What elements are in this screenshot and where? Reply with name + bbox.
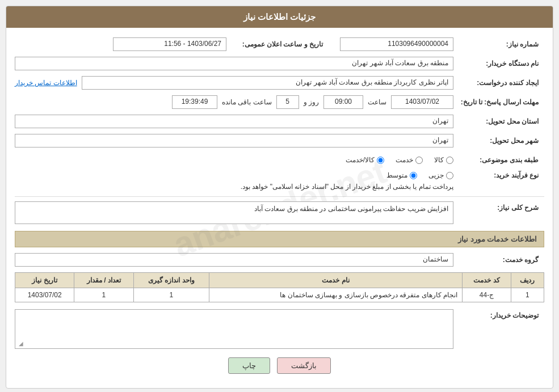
- city-row: شهر محل تحویل: تهران: [15, 133, 544, 149]
- buyer-org-label: نام دستگاه خریدار:: [453, 60, 544, 68]
- services-section-title: اطلاعات خدمات مورد نیاز: [15, 231, 544, 247]
- need-desc-row: شرح کلی نیاز: افزایش ضریب حفاظت پیرامونی…: [15, 201, 544, 224]
- col-row-header: ردیف: [511, 273, 544, 288]
- need-number-row: شماره نیاز: 1103096490000004 تاریخ و ساع…: [15, 36, 544, 52]
- need-number-value: 1103096490000004: [340, 37, 453, 51]
- buyer-org-value: منطقه برق سعادت آباد شهر تهران: [15, 57, 453, 70]
- send-time-label: ساعت: [368, 98, 386, 106]
- contact-link[interactable]: اطلاعات تماس خریدار: [15, 79, 77, 87]
- col-code-header: کد خدمت: [463, 273, 511, 288]
- resize-handle-notes[interactable]: ◢: [16, 340, 23, 347]
- cell-name: انجام کارهای متفرقه درخصوص بازسازی و بهس…: [209, 288, 463, 302]
- buyer-notes-area: ◢: [15, 309, 453, 349]
- print-button[interactable]: چاپ: [228, 357, 270, 374]
- purchase-jozi-item[interactable]: جزیی: [428, 171, 453, 179]
- city-value: تهران: [15, 134, 453, 147]
- cell-code: ج-44: [463, 288, 511, 302]
- need-desc-value: افزایش ضریب حفاظت پیرامونی ساختمانی در م…: [15, 201, 453, 224]
- cell-unit: 1: [133, 288, 209, 302]
- cell-date: 1403/07/02: [15, 288, 74, 302]
- service-group-row: گروه خدمت: ساختمان: [15, 252, 544, 268]
- category-khadamat-label: خدمت: [396, 156, 413, 164]
- province-row: استان محل تحویل: تهران: [15, 113, 544, 129]
- city-label: شهر محل تحویل:: [453, 137, 544, 145]
- buyer-notes-row: توضیحات خریدار: ◢: [15, 309, 544, 349]
- need-desc-label: شرح کلی نیاز:: [453, 201, 544, 212]
- buyer-org-row: نام دستگاه خریدار: منطقه برق سعادت آباد …: [15, 56, 544, 71]
- button-row: بازگشت چاپ: [15, 357, 544, 380]
- service-group-label: گروه خدمت:: [453, 256, 544, 264]
- main-card: جزئیات اطلاعات نیاز anarender.net شماره …: [6, 6, 553, 389]
- province-value: تهران: [15, 115, 453, 128]
- col-unit-header: واحد اندازه گیری: [133, 273, 209, 288]
- public-announce-label: تاریخ و ساعت اعلان عمومی:: [226, 40, 329, 48]
- send-time-value: 09:00: [323, 95, 363, 109]
- send-remain-label: ساعت باقی مانده: [222, 98, 272, 106]
- table-row: 1 ج-44 انجام کارهای متفرقه درخصوص بازساز…: [15, 288, 544, 302]
- send-days-label: روز و: [304, 98, 319, 106]
- service-group-value: ساختمان: [15, 253, 453, 267]
- need-number-label: شماره نیاز:: [453, 40, 544, 48]
- send-days-value: 5: [276, 95, 299, 109]
- category-row: طبقه بندی موضوعی: کالا خدمت کالا/خدمت: [15, 152, 544, 168]
- purchase-type-label: نوع فرآیند خرید:: [453, 171, 544, 179]
- buyer-notes-label: توضیحات خریدار:: [453, 309, 544, 319]
- purchase-warning: پرداخت تمام یا بخشی از مبلغ خریدار از مح…: [15, 182, 453, 192]
- divider-1: [15, 196, 544, 197]
- public-announce-value: 1403/06/27 - 11:56: [113, 37, 226, 51]
- category-kala-radio[interactable]: [446, 157, 453, 164]
- cell-qty: 1: [74, 288, 133, 302]
- send-date-label: مهلت ارسال پاسخ: تا تاریخ:: [453, 98, 544, 106]
- back-button[interactable]: بازگشت: [277, 357, 331, 374]
- category-kala-item[interactable]: کالا: [434, 156, 453, 164]
- table-header-row: ردیف کد خدمت نام خدمت واحد اندازه گیری ت…: [15, 273, 544, 288]
- send-remain-value: 19:39:49: [172, 95, 217, 109]
- col-name-header: نام خدمت: [209, 273, 463, 288]
- col-date-header: تاریخ نیاز: [15, 273, 74, 288]
- category-khadamat-radio[interactable]: [415, 157, 423, 164]
- purchase-type-row: نوع فرآیند خرید: جزیی متوسط پرداخت تمام …: [15, 171, 544, 192]
- creator-row: ایجاد کننده درخواست: اپاتر نظری کاربرداز…: [15, 75, 544, 91]
- category-kala-label: کالا: [434, 156, 444, 164]
- purchase-type-radio-group: جزیی متوسط: [15, 171, 453, 179]
- category-kala-khadamat-item[interactable]: کالا/خدمت: [346, 156, 384, 164]
- purchase-mootasat-item[interactable]: متوسط: [386, 171, 417, 179]
- page-title: جزئیات اطلاعات نیاز: [6, 6, 553, 28]
- category-kala-khadamat-radio[interactable]: [377, 157, 384, 164]
- creator-value: اپاتر نظری کاربرداز منطقه برق سعادت آباد…: [82, 76, 453, 90]
- send-date-value: 1403/07/02: [391, 95, 453, 109]
- page-wrapper: جزئیات اطلاعات نیاز anarender.net شماره …: [0, 0, 559, 392]
- cell-row: 1: [511, 288, 544, 302]
- creator-label: ایجاد کننده درخواست:: [453, 79, 544, 87]
- purchase-jozi-radio[interactable]: [446, 172, 453, 179]
- purchase-jozi-label: جزیی: [428, 171, 444, 179]
- services-table: ردیف کد خدمت نام خدمت واحد اندازه گیری ت…: [15, 272, 544, 302]
- category-label: طبقه بندی موضوعی:: [453, 156, 544, 164]
- send-date-row: مهلت ارسال پاسخ: تا تاریخ: 1403/07/02 سا…: [15, 94, 544, 110]
- category-khadamat-item[interactable]: خدمت: [396, 156, 423, 164]
- province-label: استان محل تحویل:: [453, 117, 544, 125]
- card-body: anarender.net شماره نیاز: 11030964900000…: [6, 28, 553, 388]
- purchase-mootasat-label: متوسط: [386, 171, 407, 179]
- category-radio-group: کالا خدمت کالا/خدمت: [15, 156, 453, 164]
- purchase-mootasat-radio[interactable]: [410, 172, 417, 179]
- col-qty-header: تعداد / مقدار: [74, 273, 133, 288]
- category-kala-khadamat-label: کالا/خدمت: [346, 156, 375, 164]
